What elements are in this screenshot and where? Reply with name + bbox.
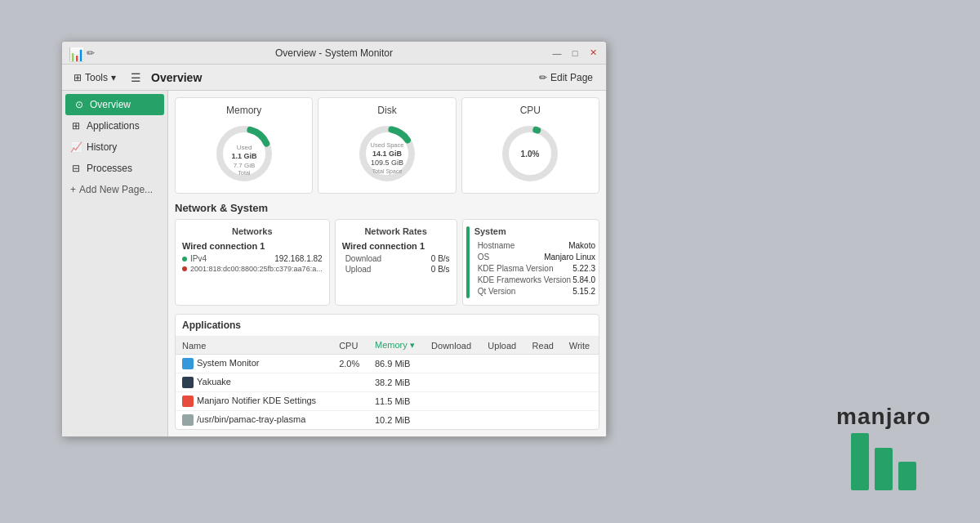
applications-icon: ⊞ [70, 120, 82, 132]
ipv6-dot [182, 266, 187, 271]
memory-card: Memory Used 1.1 GiB 7.7 GiB Total [175, 97, 313, 194]
maximize-button[interactable]: □ [568, 47, 581, 60]
app-name-notifier: Manjaro Notifier KDE Settings [176, 392, 332, 411]
pencil-icon: ✏ [87, 47, 95, 59]
upload-value: 0 B/s [431, 265, 450, 274]
app-upload-pamac [481, 411, 525, 430]
add-new-page-button[interactable]: + Add New Page... [62, 179, 167, 200]
close-button[interactable]: ✕ [586, 47, 599, 60]
app-cpu-notifier [332, 392, 368, 411]
app-read-notifier [526, 392, 563, 411]
app-write-pamac [563, 411, 599, 430]
col-download[interactable]: Download [425, 337, 481, 355]
app-read-pamac [526, 411, 563, 430]
system-divider [466, 226, 470, 298]
memory-title: Memory [226, 105, 261, 116]
add-label: Add New Page... [79, 184, 153, 195]
cpu-title: CPU [520, 105, 541, 116]
frameworks-value: 5.84.0 [572, 275, 595, 284]
sidebar-item-applications[interactable]: ⊞ Applications [62, 115, 167, 136]
svg-text:Total: Total [238, 170, 250, 176]
app-icon: 📊 [69, 47, 82, 60]
app-read-system-monitor [526, 355, 563, 373]
applications-title: Applications [176, 315, 599, 337]
cpu-card: CPU 1.0% [461, 97, 599, 194]
tools-button[interactable]: ⊞ Tools ▾ [69, 70, 121, 85]
hamburger-button[interactable]: ☰ [127, 69, 145, 86]
sidebar-history-label: History [87, 141, 117, 153]
rates-card: Network Rates Wired connection 1 Downloa… [335, 219, 457, 306]
ipv4-label: IPv4 [190, 254, 207, 263]
overview-icon: ⊙ [74, 99, 85, 110]
download-row: Download 0 B/s [342, 254, 450, 263]
sidebar-applications-label: Applications [87, 120, 140, 132]
networks-card-title: Networks [182, 226, 323, 236]
os-value: Manjaro Linux [544, 253, 595, 262]
app-memory-yakuake: 38.2 MiB [368, 373, 425, 392]
ipv4-row: IPv4 192.168.1.82 [182, 254, 323, 263]
os-row: OS Manjaro Linux [474, 253, 595, 262]
app-memory-notifier: 11.5 MiB [368, 392, 425, 411]
download-value: 0 B/s [431, 254, 450, 263]
plasma-value: 5.22.3 [572, 264, 595, 273]
rate-connection-title: Wired connection 1 [342, 241, 450, 251]
title-bar: 📊 ✏ Overview - System Monitor — □ ✕ [62, 42, 606, 65]
col-name[interactable]: Name [176, 337, 332, 355]
minimize-button[interactable]: — [550, 47, 564, 60]
memory-donut: Used 1.1 GiB 7.7 GiB Total [212, 121, 277, 186]
toolbar: ⊞ Tools ▾ ☰ Overview ✏ Edit Page [62, 65, 606, 91]
col-write[interactable]: Write [563, 337, 599, 355]
app-cpu-yakuake [332, 373, 368, 392]
svg-text:109.5 GiB: 109.5 GiB [371, 159, 403, 167]
app-cpu-pamac [332, 411, 368, 430]
col-upload[interactable]: Upload [481, 337, 525, 355]
gauge-row: Memory Used 1.1 GiB 7.7 GiB Total Disk [175, 97, 599, 194]
svg-text:Total Space: Total Space [372, 168, 403, 175]
col-memory[interactable]: Memory ▾ [368, 337, 425, 355]
table-header-row: Name CPU Memory ▾ Download Upload Read W… [176, 337, 599, 355]
manjaro-logo: manjaro [836, 404, 931, 490]
content-panel: Memory Used 1.1 GiB 7.7 GiB Total Disk [168, 91, 606, 436]
edit-page-button[interactable]: ✏ Edit Page [532, 70, 599, 85]
app-memory-pamac: 10.2 MiB [368, 411, 425, 430]
app-icon-terminal [182, 377, 194, 388]
svg-text:1.0%: 1.0% [521, 150, 540, 159]
edit-icon: ✏ [539, 72, 547, 83]
app-name-yakuake: Yakuake [176, 373, 332, 392]
system-content: System Hostname Makoto OS Manjaro Linux … [474, 226, 595, 298]
svg-text:Used Space: Used Space [371, 141, 404, 149]
sidebar-processes-label: Processes [87, 163, 132, 174]
app-icon-settings [182, 396, 194, 407]
app-write-notifier [563, 392, 599, 411]
svg-rect-1 [875, 448, 893, 490]
qt-key: Qt Version [478, 287, 516, 296]
col-cpu[interactable]: CPU [332, 337, 368, 355]
plasma-row: KDE Plasma Version 5.22.3 [474, 264, 595, 273]
table-row: System Monitor 2.0% 86.9 MiB [176, 355, 599, 373]
processes-icon: ⊟ [70, 163, 82, 174]
app-download-yakuake [425, 373, 481, 392]
app-upload-notifier [481, 392, 525, 411]
sidebar-item-history[interactable]: 📈 History [62, 136, 167, 158]
disk-title: Disk [377, 105, 396, 116]
sidebar-item-overview[interactable]: ⊙ Overview [65, 94, 164, 115]
tools-icon: ⊞ [74, 72, 82, 83]
os-key: OS [478, 253, 489, 262]
app-upload-system-monitor [481, 355, 525, 373]
upload-label: Upload [345, 265, 372, 274]
upload-row: Upload 0 B/s [342, 265, 450, 274]
rates-card-title: Network Rates [342, 226, 450, 236]
applications-section: Applications Name CPU Memory ▾ Download … [175, 314, 599, 430]
app-write-yakuake [563, 373, 599, 392]
net-system-row: Networks Wired connection 1 IPv4 192.168… [175, 219, 599, 306]
hostname-value: Makoto [568, 241, 595, 250]
sidebar-item-processes[interactable]: ⊟ Processes [62, 158, 167, 179]
system-card: System Hostname Makoto OS Manjaro Linux … [462, 219, 599, 306]
frameworks-key: KDE Frameworks Version [478, 275, 571, 284]
ipv6-value: 2001:818:dc00:8800:25fb:c379:aa76:a... [190, 265, 323, 273]
system-card-title: System [474, 226, 595, 236]
table-row: /usr/bin/pamac-tray-plasma 10.2 MiB [176, 411, 599, 430]
col-read[interactable]: Read [526, 337, 563, 355]
table-row: Yakuake 38.2 MiB [176, 373, 599, 392]
history-icon: 📈 [70, 141, 82, 153]
